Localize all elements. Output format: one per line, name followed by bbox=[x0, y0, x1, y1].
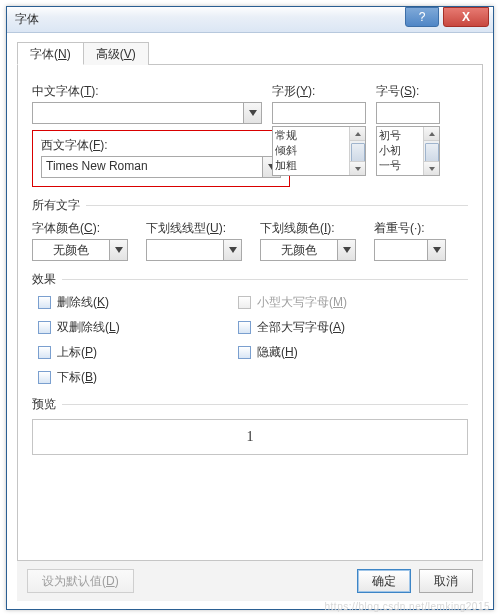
emphasis-value bbox=[375, 240, 427, 260]
western-font-label: 西文字体(F): bbox=[41, 137, 281, 154]
underline-color-combo[interactable]: 无颜色 bbox=[260, 239, 356, 261]
tab-font[interactable]: 字体(N) bbox=[17, 42, 84, 65]
font-style-label: 字形(Y): bbox=[272, 83, 376, 100]
preview-box: 1 bbox=[32, 419, 468, 455]
chevron-down-icon[interactable] bbox=[243, 103, 261, 123]
font-style-input[interactable] bbox=[272, 102, 366, 124]
row1-labels: 中文字体(T): 字形(Y): 字号(S): bbox=[32, 83, 468, 100]
section-all-text: 所有文字 bbox=[32, 197, 468, 214]
checkbox-icon bbox=[38, 321, 51, 334]
row1-inputs bbox=[32, 102, 468, 124]
chevron-down-icon[interactable] bbox=[337, 240, 355, 260]
chinese-font-value[interactable] bbox=[33, 103, 243, 123]
cancel-button[interactable]: 取消 bbox=[419, 569, 473, 593]
preview-text: 1 bbox=[247, 429, 254, 445]
font-size-input[interactable] bbox=[376, 102, 440, 124]
effects-right-column: 小型大写字母(M) 全部大写字母(A) 隐藏(H) bbox=[232, 294, 468, 386]
titlebar: 字体 ? X bbox=[7, 7, 493, 33]
chinese-font-combo[interactable] bbox=[32, 102, 262, 124]
small-caps-checkbox: 小型大写字母(M) bbox=[238, 294, 468, 311]
underline-style-label: 下划线线型(U): bbox=[146, 220, 260, 237]
dialog-footer: 设为默认值(D) 确定 取消 bbox=[17, 561, 483, 601]
western-font-highlight: 西文字体(F): Times New Roman bbox=[32, 130, 290, 187]
superscript-checkbox[interactable]: 上标(P) bbox=[38, 344, 232, 361]
western-font-combo[interactable]: Times New Roman bbox=[41, 156, 281, 178]
scroll-up-icon[interactable] bbox=[350, 127, 365, 141]
chinese-font-label: 中文字体(T): bbox=[32, 83, 272, 100]
checkbox-icon bbox=[38, 371, 51, 384]
chevron-down-icon[interactable] bbox=[223, 240, 241, 260]
tab-content: 中文字体(T): 字形(Y): 字号(S): bbox=[17, 65, 483, 561]
scrollbar[interactable] bbox=[423, 127, 439, 175]
window-buttons: ? X bbox=[405, 7, 493, 27]
western-font-value[interactable]: Times New Roman bbox=[42, 157, 262, 177]
strikethrough-checkbox[interactable]: 删除线(K) bbox=[38, 294, 232, 311]
tab-advanced[interactable]: 高级(V) bbox=[83, 42, 149, 65]
subscript-checkbox[interactable]: 下标(B) bbox=[38, 369, 232, 386]
help-button[interactable]: ? bbox=[405, 7, 439, 27]
font-size-listbox[interactable]: 初号 小初 一号 bbox=[376, 126, 440, 176]
chevron-down-icon[interactable] bbox=[109, 240, 127, 260]
checkbox-icon bbox=[238, 296, 251, 309]
effects-area: 删除线(K) 双删除线(L) 上标(P) 下标(B) 小型大写字母(M) 全部大… bbox=[32, 294, 468, 386]
section-preview: 预览 bbox=[32, 396, 468, 413]
font-color-value: 无颜色 bbox=[33, 240, 109, 260]
row2: 西文字体(F): Times New Roman 常规 倾斜 加粗 bbox=[32, 122, 468, 187]
font-style-listbox[interactable]: 常规 倾斜 加粗 bbox=[272, 126, 366, 176]
double-strikethrough-checkbox[interactable]: 双删除线(L) bbox=[38, 319, 232, 336]
underline-style-value bbox=[147, 240, 223, 260]
checkbox-icon bbox=[238, 321, 251, 334]
font-color-combo[interactable]: 无颜色 bbox=[32, 239, 128, 261]
scroll-up-icon[interactable] bbox=[424, 127, 439, 141]
all-text-row: 字体颜色(C): 无颜色 下划线线型(U): 下划线颜色(I): bbox=[32, 220, 468, 261]
all-caps-checkbox[interactable]: 全部大写字母(A) bbox=[238, 319, 468, 336]
set-default-button: 设为默认值(D) bbox=[27, 569, 134, 593]
close-button[interactable]: X bbox=[443, 7, 489, 27]
underline-style-combo[interactable] bbox=[146, 239, 242, 261]
section-effects: 效果 bbox=[32, 271, 468, 288]
checkbox-icon bbox=[238, 346, 251, 359]
scroll-thumb[interactable] bbox=[351, 143, 365, 163]
underline-color-label: 下划线颜色(I): bbox=[260, 220, 374, 237]
checkbox-icon bbox=[38, 296, 51, 309]
checkbox-icon bbox=[38, 346, 51, 359]
watermark: https://blog.csdn.net/lemking2015 bbox=[325, 601, 490, 612]
emphasis-combo[interactable] bbox=[374, 239, 446, 261]
effects-left-column: 删除线(K) 双删除线(L) 上标(P) 下标(B) bbox=[32, 294, 232, 386]
tab-strip: 字体(N) 高级(V) bbox=[17, 41, 483, 65]
ok-button[interactable]: 确定 bbox=[357, 569, 411, 593]
hidden-checkbox[interactable]: 隐藏(H) bbox=[238, 344, 468, 361]
dialog-body: 字体(N) 高级(V) 中文字体(T): 字形(Y): 字号(S): bbox=[7, 33, 493, 609]
font-size-label: 字号(S): bbox=[376, 83, 456, 100]
font-dialog-window: 字体 ? X 字体(N) 高级(V) 中文字体(T): 字形(Y): bbox=[6, 6, 494, 610]
emphasis-label: 着重号(·): bbox=[374, 220, 454, 237]
scroll-down-icon[interactable] bbox=[350, 161, 365, 175]
scroll-thumb[interactable] bbox=[425, 143, 439, 163]
window-title: 字体 bbox=[15, 11, 39, 28]
scrollbar[interactable] bbox=[349, 127, 365, 175]
font-color-label: 字体颜色(C): bbox=[32, 220, 146, 237]
chevron-down-icon[interactable] bbox=[427, 240, 445, 260]
underline-color-value: 无颜色 bbox=[261, 240, 337, 260]
scroll-down-icon[interactable] bbox=[424, 161, 439, 175]
